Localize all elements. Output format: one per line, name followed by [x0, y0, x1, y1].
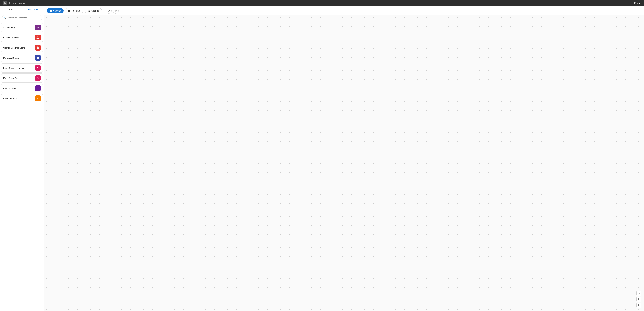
tab-list[interactable]: List [0, 6, 22, 13]
resource-name: Cognito UserPoolClient [3, 47, 24, 49]
sidebar: List Resources 🔍 API GatewayCognito User… [0, 6, 44, 311]
svg-point-5 [38, 68, 38, 68]
svg-rect-8 [68, 10, 70, 10]
resource-item[interactable]: EventBridge Schedule [1, 74, 43, 83]
resource-item[interactable]: DynamoDB Table [1, 53, 43, 62]
resource-name: Kinesis Stream [3, 87, 17, 89]
resource-icon [35, 85, 41, 91]
svg-rect-10 [69, 11, 70, 12]
zoom-out-button[interactable] [636, 303, 642, 308]
sidebar-tabs: List Resources [0, 6, 44, 13]
fullscreen-button[interactable] [636, 291, 642, 296]
menu-button[interactable]: Menu ▾ [634, 2, 642, 5]
resource-item[interactable]: Lambda Functionλ [1, 94, 43, 103]
undo-button[interactable]: ↺ [106, 8, 112, 14]
svg-point-6 [38, 78, 38, 79]
template-tab[interactable]: Template [65, 8, 83, 14]
tab-resources[interactable]: Resources [22, 6, 44, 13]
zoom-controls [636, 291, 642, 308]
svg-text:λ: λ [36, 97, 38, 100]
canvas-area: Canvas Template Arrange ↺ ↻ [44, 6, 644, 311]
resource-name: DynamoDB Table [3, 57, 19, 59]
resource-item[interactable]: API Gateway [1, 23, 43, 32]
resource-icon [35, 25, 41, 30]
search-icon: 🔍 [4, 17, 6, 19]
resource-item[interactable]: EventBridge Event rule [1, 63, 43, 73]
svg-rect-9 [68, 11, 69, 12]
resource-name: EventBridge Event rule [3, 67, 24, 69]
unsaved-changes-indicator: Unsaved changes [8, 2, 28, 5]
toolbar-divider [104, 9, 104, 13]
arrange-tab[interactable]: Arrange [84, 8, 102, 14]
zoom-in-button[interactable] [636, 297, 642, 302]
resource-name: Cognito UserPool [3, 37, 20, 39]
resource-item[interactable]: Kinesis Stream [1, 84, 43, 93]
canvas-tab[interactable]: Canvas [47, 8, 64, 14]
search-input[interactable] [2, 15, 42, 20]
resource-name: Lambda Function [3, 97, 19, 100]
resource-icon [35, 35, 41, 41]
top-bar: Unsaved changes Menu ▾ [0, 0, 644, 6]
toolbar: Canvas Template Arrange ↺ ↻ [44, 6, 644, 15]
resource-name: API Gateway [3, 26, 15, 29]
resource-icon [35, 65, 41, 71]
resource-item[interactable]: Cognito UserPoolClient [1, 43, 43, 52]
home-button[interactable] [2, 1, 7, 5]
resource-item[interactable]: Cognito UserPool [1, 33, 43, 42]
canvas-content[interactable] [44, 15, 644, 311]
search-box: 🔍 [2, 15, 42, 20]
resource-list: API GatewayCognito UserPoolCognito UserP… [0, 22, 44, 311]
resource-icon [35, 45, 41, 51]
resource-icon [35, 75, 41, 81]
resource-icon: λ [35, 95, 41, 101]
resource-name: EventBridge Schedule [3, 77, 24, 79]
redo-button[interactable]: ↻ [113, 8, 118, 14]
resource-icon [35, 55, 41, 61]
